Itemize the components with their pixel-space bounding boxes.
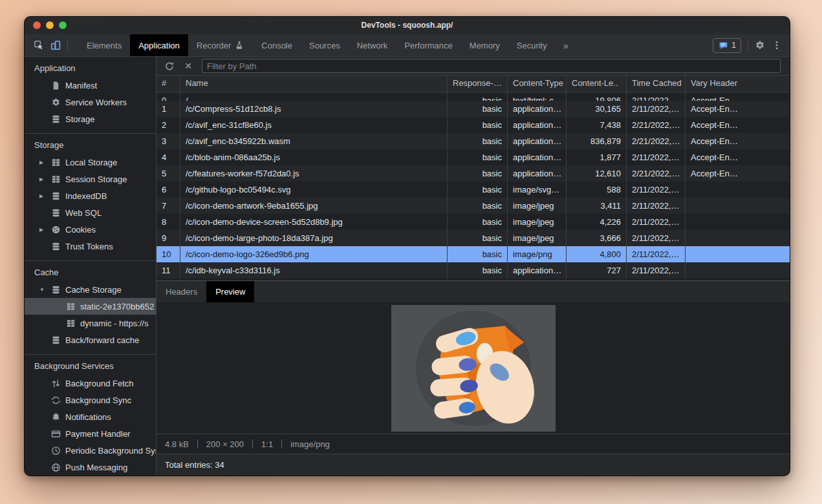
- cell-content-length: 588: [567, 182, 627, 198]
- table-row-1[interactable]: 1/c/Compress-51d12cb8.jsbasicapplication…: [157, 101, 790, 117]
- detail-tab-preview[interactable]: Preview: [206, 281, 254, 302]
- cell-vary-header: [686, 182, 790, 198]
- cell-content-type: application…: [508, 149, 567, 165]
- sidebar-item-static-2e1370bb652[interactable]: static-2e1370bb652: [25, 298, 156, 315]
- table-row-0[interactable]: 0/basictext/html; c…19,8062/11/2022,…Acc…: [157, 92, 790, 101]
- meta-divider: [197, 439, 198, 448]
- sidebar-item-payment-handler[interactable]: Payment Handler: [25, 425, 156, 442]
- section-title: Storage: [25, 137, 156, 154]
- filter-by-path-input[interactable]: [202, 59, 781, 73]
- inspect-element-icon[interactable]: [34, 40, 44, 50]
- table-row-6[interactable]: 6/c/github-logo-bc05494c.svgbasicimage/s…: [157, 182, 790, 198]
- cell-time-cached: 2/11/2022,…: [627, 198, 686, 214]
- cell-name: /c/idb-keyval-c33d3116.js: [180, 262, 448, 278]
- clock-icon: [50, 445, 61, 456]
- cell-content-type: application…: [508, 165, 567, 182]
- sidebar-item-local-storage[interactable]: ▶Local Storage: [25, 154, 156, 171]
- sidebar-item-manifest[interactable]: Manifest: [25, 77, 156, 94]
- image-meta-item: 4.8 kB: [165, 439, 189, 449]
- table-row-7[interactable]: 7/c/icon-demo-artwork-9eba1655.jpgbasici…: [157, 198, 790, 214]
- sidebar-item-session-storage[interactable]: ▶Session Storage: [25, 171, 156, 187]
- cell-name: /c/features-worker-f57d2da0.js: [180, 165, 448, 182]
- cell-content-length: 4,226: [567, 214, 627, 230]
- cell-content-length: 4,800: [567, 246, 627, 262]
- device-toolbar-icon[interactable]: [50, 40, 61, 50]
- sidebar-item-dynamic-https-s[interactable]: dynamic - https://s: [25, 315, 156, 331]
- column-header-time-cached[interactable]: Time Cached: [627, 76, 686, 92]
- sidebar-item-trust-tokens[interactable]: Trust Tokens: [25, 238, 156, 255]
- tab-performance[interactable]: Performance: [396, 34, 460, 56]
- tree-down-arrow-icon[interactable]: ▼: [39, 287, 50, 293]
- sidebar-item-storage[interactable]: Storage: [25, 110, 156, 127]
- table-row-4[interactable]: 4/c/blob-anim-086aa25b.jsbasicapplicatio…: [157, 149, 790, 165]
- cell-index: 5: [157, 165, 180, 182]
- cell-time-cached: 2/11/2022,…: [627, 149, 686, 165]
- cell-time-cached: 2/21/2022,…: [627, 117, 686, 133]
- tab-sources[interactable]: Sources: [301, 34, 349, 56]
- sidebar-item-label: Background Fetch: [65, 379, 134, 388]
- cell-index: 0: [157, 92, 180, 101]
- table-row-2[interactable]: 2/c/avif_enc-31cf8e60.jsbasicapplication…: [157, 117, 790, 133]
- table-row-11[interactable]: 11/c/idb-keyval-c33d3116.jsbasicapplicat…: [157, 262, 790, 278]
- cell-response-type: basic: [448, 214, 508, 230]
- sidebar-item-label: static-2e1370bb652: [80, 302, 154, 311]
- cell-content-length: 3,411: [567, 198, 627, 214]
- tree-right-arrow-icon[interactable]: ▶: [39, 227, 50, 233]
- tab-recorder[interactable]: Recorder: [188, 34, 253, 56]
- cookie-icon: [50, 224, 61, 235]
- issues-button[interactable]: 1: [713, 38, 741, 53]
- tab-network[interactable]: Network: [349, 34, 396, 56]
- tab-memory[interactable]: Memory: [461, 34, 508, 56]
- refresh-icon[interactable]: [164, 61, 175, 71]
- tree-right-arrow-icon[interactable]: ▶: [39, 176, 50, 182]
- table-icon: [65, 318, 76, 328]
- sidebar-item-indexeddb[interactable]: ▶IndexedDB: [25, 187, 156, 204]
- cell-name: /c/Compress-51d12cb8.js: [180, 101, 448, 117]
- sidebar-item-notifications[interactable]: Notifications: [25, 408, 156, 425]
- cell-content-type: application…: [508, 133, 567, 149]
- tab-application[interactable]: Application: [130, 34, 188, 56]
- sidebar-item-background-sync[interactable]: Background Sync: [25, 392, 156, 408]
- toolbar-divider: [67, 40, 68, 50]
- table-row-10[interactable]: 10/c/icon-demo-logo-326ed9b6.pngbasicima…: [157, 246, 790, 262]
- column-header-[interactable]: #: [157, 76, 180, 92]
- column-header-content-type[interactable]: Content-Type: [508, 76, 567, 92]
- sidebar-item-label: Cache Storage: [65, 285, 122, 295]
- clear-icon[interactable]: ×: [183, 61, 193, 71]
- column-header-response[interactable]: Response-…: [448, 76, 508, 92]
- column-header-name[interactable]: Name: [180, 76, 448, 92]
- sidebar-item-background-fetch[interactable]: Background Fetch: [25, 375, 156, 392]
- table-row-9[interactable]: 9/c/icon-demo-large-photo-18da387a.jpgba…: [157, 230, 790, 246]
- sidebar-item-service-workers[interactable]: Service Workers: [25, 94, 156, 110]
- sidebar-item-periodic-background-sync[interactable]: Periodic Background Sync: [25, 442, 156, 459]
- tree-right-arrow-icon[interactable]: ▶: [39, 160, 50, 165]
- devtools-toolbar: ElementsApplicationRecorderConsoleSource…: [25, 34, 790, 57]
- sidebar-item-label: Storage: [65, 114, 95, 124]
- column-header-vary-header[interactable]: Vary Header: [686, 76, 790, 92]
- sidebar-item-cache-storage[interactable]: ▼Cache Storage: [25, 281, 156, 298]
- table-row-8[interactable]: 8/c/icon-demo-device-screen-5d52d8b9.jpg…: [157, 214, 790, 230]
- more-tabs-chevron-icon[interactable]: »: [556, 40, 576, 51]
- sidebar-item-cookies[interactable]: ▶Cookies: [25, 221, 156, 238]
- cell-vary-header: Accept-En…: [686, 101, 790, 117]
- cell-response-type: basic: [448, 182, 508, 198]
- sidebar-item-label: Cookies: [65, 225, 96, 235]
- tab-security[interactable]: Security: [508, 34, 556, 56]
- detail-tab-headers[interactable]: Headers: [157, 281, 206, 302]
- tab-elements[interactable]: Elements: [78, 34, 130, 56]
- cell-time-cached: 2/21/2022,…: [627, 165, 686, 182]
- settings-gear-icon[interactable]: [755, 40, 765, 50]
- sidebar-item-back-forward-cache[interactable]: Back/forward cache: [25, 331, 156, 348]
- sync-icon: [50, 395, 61, 405]
- sidebar-item-label: Manifest: [65, 81, 97, 90]
- cell-response-type: basic: [448, 230, 508, 246]
- kebab-menu-icon[interactable]: [772, 40, 782, 50]
- tree-right-arrow-icon[interactable]: ▶: [39, 193, 50, 199]
- tab-console[interactable]: Console: [253, 34, 301, 56]
- table-row-3[interactable]: 3/c/avif_enc-b345922b.wasmbasicapplicati…: [157, 133, 790, 149]
- sidebar-item-push-messaging[interactable]: Push Messaging: [25, 459, 156, 476]
- column-header-content-le[interactable]: Content-Le..: [567, 76, 627, 92]
- sidebar-item-web-sql[interactable]: Web SQL: [25, 204, 156, 221]
- table-row-5[interactable]: 5/c/features-worker-f57d2da0.jsbasicappl…: [157, 165, 790, 182]
- cell-name: /: [180, 92, 448, 101]
